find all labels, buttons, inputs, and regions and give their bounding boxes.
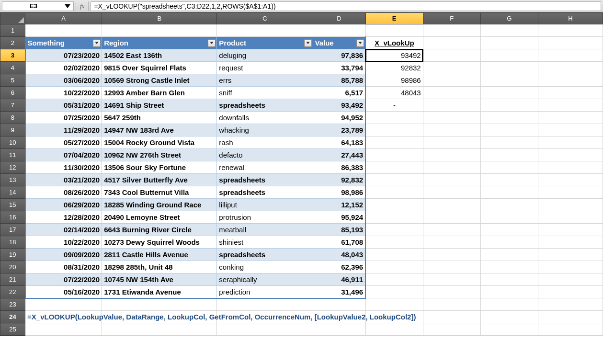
cell-E12[interactable] [365,161,423,174]
row-header-1[interactable]: 1 [0,24,25,37]
cell[interactable] [538,37,603,49]
table-header-product[interactable]: Product [217,37,313,49]
cell[interactable] [538,161,603,174]
cell[interactable] [423,87,480,99]
cell[interactable] [538,149,603,161]
row-header-7[interactable]: 7 [0,99,25,112]
cell[interactable] [423,211,480,224]
cell[interactable] [423,273,480,286]
cell[interactable] [538,273,603,286]
cell[interactable] [423,49,480,62]
cell-C20[interactable]: conking [217,261,313,273]
dropdown-icon[interactable] [65,4,70,8]
cell[interactable] [423,199,480,211]
cell-C19[interactable]: spreadsheets [217,249,313,261]
row-header-8[interactable]: 8 [0,112,25,124]
cell-A9[interactable]: 11/29/2020 [25,124,102,136]
cell-B9[interactable]: 14947 NW 183rd Ave [102,124,217,136]
cell[interactable] [365,323,423,336]
cell[interactable] [538,286,603,298]
cell[interactable] [480,273,538,286]
cell-B15[interactable]: 18285 Winding Ground Race [102,199,217,211]
row-header-6[interactable]: 6 [0,87,25,99]
row-header-16[interactable]: 16 [0,211,25,224]
cell-D13[interactable]: 92,832 [313,174,365,186]
cell-C7[interactable]: spreadsheets [217,99,313,112]
cell-A15[interactable]: 06/29/2020 [25,199,102,211]
cell[interactable] [480,161,538,174]
cell-E22[interactable] [365,286,423,298]
cell[interactable] [480,261,538,273]
cell-C9[interactable]: whacking [217,124,313,136]
table-header-something[interactable]: Something [25,37,102,49]
cell-B17[interactable]: 6643 Burning River Circle [102,224,217,236]
col-header-H[interactable]: H [538,13,603,24]
cell[interactable] [423,124,480,136]
cell[interactable] [480,136,538,149]
cell[interactable] [480,186,538,199]
cell[interactable] [480,249,538,261]
cell[interactable] [423,74,480,87]
cell[interactable] [423,298,480,311]
cell[interactable] [538,224,603,236]
cell[interactable] [423,161,480,174]
cell[interactable] [217,323,313,336]
cell[interactable] [365,298,423,311]
cell-D6[interactable]: 6,517 [313,87,365,99]
col-header-D[interactable]: D [313,13,365,24]
cell[interactable] [423,323,480,336]
cell-C4[interactable]: request [217,62,313,74]
col-header-E[interactable]: E [365,13,423,24]
cell[interactable] [538,87,603,99]
cell-B16[interactable]: 20490 Lemoyne Street [102,211,217,224]
cell[interactable] [480,149,538,161]
col-header-B[interactable]: B [102,13,217,24]
filter-icon[interactable] [208,39,216,47]
row-header-9[interactable]: 9 [0,124,25,136]
cell[interactable] [313,298,365,311]
cell[interactable] [423,224,480,236]
cell[interactable] [538,211,603,224]
cell[interactable] [538,62,603,74]
filter-icon[interactable] [93,39,101,47]
cell[interactable] [480,298,538,311]
cell[interactable] [102,24,217,37]
cell[interactable] [423,261,480,273]
cell-C8[interactable]: downfalls [217,112,313,124]
cell-D14[interactable]: 98,986 [313,186,365,199]
cell[interactable] [423,37,480,49]
cell[interactable] [480,286,538,298]
cell-D19[interactable]: 48,043 [313,249,365,261]
cell[interactable] [423,24,480,37]
row-header-18[interactable]: 18 [0,236,25,249]
cell-A12[interactable]: 11/30/2020 [25,161,102,174]
select-all-corner[interactable] [0,13,25,24]
syntax-hint-cell[interactable]: =X_vLOOKUP(LookupValue, DataRange, Looku… [25,311,102,323]
cell[interactable] [102,298,217,311]
cell[interactable] [480,87,538,99]
cell[interactable] [480,37,538,49]
cell[interactable] [538,174,603,186]
cell[interactable] [538,261,603,273]
cell-A3[interactable]: 07/23/2020 [25,49,102,62]
cell-D10[interactable]: 64,183 [313,136,365,149]
cell-E14[interactable] [365,186,423,199]
cell-A18[interactable]: 10/22/2020 [25,236,102,249]
cell-E6[interactable]: 48043 [365,87,423,99]
cell-A19[interactable]: 09/09/2020 [25,249,102,261]
cell[interactable] [538,323,603,336]
cell-A13[interactable]: 03/21/2020 [25,174,102,186]
cell-D9[interactable]: 23,789 [313,124,365,136]
cell[interactable] [538,112,603,124]
cell[interactable] [423,174,480,186]
cell-B11[interactable]: 10962 NW 276th Street [102,149,217,161]
cell[interactable] [538,74,603,87]
cell-A11[interactable]: 07/04/2020 [25,149,102,161]
cell-D21[interactable]: 46,911 [313,273,365,286]
cell-D12[interactable]: 86,383 [313,161,365,174]
cell-C13[interactable]: spreadsheets [217,174,313,186]
cell-B19[interactable]: 2811 Castle Hills Avenue [102,249,217,261]
cell[interactable] [423,311,480,323]
cell[interactable] [313,323,365,336]
cell-C17[interactable]: meatball [217,224,313,236]
